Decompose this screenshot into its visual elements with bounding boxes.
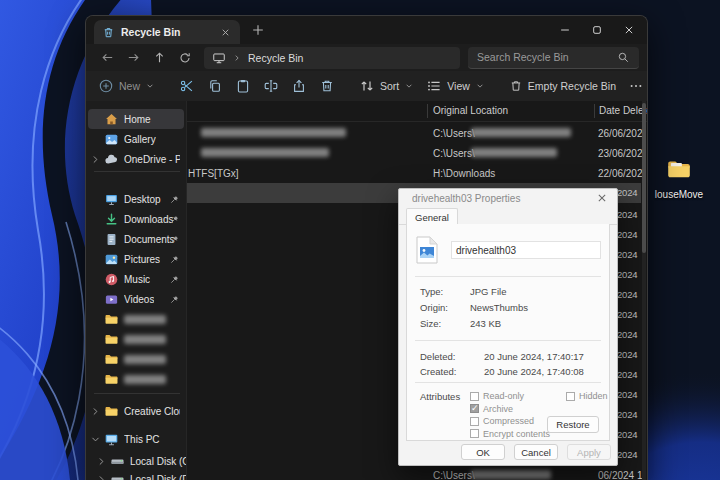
sidebar-item-local-disk-c[interactable]: Local Disk (C:): [88, 451, 184, 471]
more-options-button[interactable]: [628, 78, 644, 94]
sidebar-item-music[interactable]: Music: [88, 269, 184, 289]
rename-icon: [263, 78, 279, 94]
checkbox[interactable]: [566, 392, 575, 401]
attribute-read-only[interactable]: Read-only: [470, 391, 550, 401]
arrow-up-icon: [152, 50, 167, 65]
sidebar-item-onedrive[interactable]: OneDrive - Pers: [88, 149, 184, 169]
attribute-compressed[interactable]: Compressed: [470, 416, 550, 426]
general-tab-page: drivehealth03 Type:JPG FileOrigin:NewsTh…: [406, 224, 610, 441]
search-input[interactable]: Search Recycle Bin: [468, 47, 639, 69]
cut-button[interactable]: [179, 78, 195, 94]
checkbox[interactable]: [470, 404, 479, 413]
sidebar-item-folder-3[interactable]: [88, 349, 184, 369]
tab-recycle-bin[interactable]: Recycle Bin: [94, 20, 240, 44]
recycle-bin-item-row[interactable]: C:\Users\26/06/2024 1: [187, 123, 639, 143]
breadcrumb-location[interactable]: Recycle Bin: [248, 52, 303, 64]
ellipsis-icon: [628, 78, 644, 94]
chevron-down-icon: [145, 81, 155, 91]
recycle-bin-item-row[interactable]: C:\Users\23/06/2024 2: [187, 143, 639, 163]
sidebar-item-label: OneDrive - Pers: [124, 154, 180, 165]
restore-button[interactable]: Restore: [547, 416, 599, 433]
sidebar-item-label: This PC: [124, 434, 160, 445]
attribute-encrypt-contents[interactable]: Encrypt contents: [470, 429, 550, 439]
sidebar-item-home[interactable]: Home: [88, 109, 184, 129]
tab-general[interactable]: General: [406, 208, 458, 225]
sidebar-item-gallery[interactable]: Gallery: [88, 129, 184, 149]
column-original-location[interactable]: Original Location: [433, 105, 508, 116]
new-tab-button[interactable]: [250, 22, 266, 38]
date-row: Created:20 June 2024, 17:40:08: [420, 366, 601, 380]
view-icon: [426, 78, 442, 94]
attribute-archive[interactable]: Archive: [470, 404, 550, 414]
refresh-button[interactable]: [172, 47, 198, 69]
share-button[interactable]: [291, 78, 307, 94]
sidebar-item-local-disk-d[interactable]: Local Disk (D:): [88, 469, 184, 480]
sidebar-item-downloads[interactable]: Downloads: [88, 209, 184, 229]
address-bar[interactable]: Recycle Bin: [204, 47, 460, 69]
checkbox[interactable]: [470, 417, 479, 426]
vertical-scrollbar[interactable]: [642, 101, 646, 480]
sidebar-item-folder-1[interactable]: [88, 309, 184, 329]
folder-icon: [104, 352, 119, 367]
sidebar-item-desktop[interactable]: Desktop: [88, 189, 184, 209]
sidebar-item-folder-4[interactable]: [88, 369, 184, 389]
empty-recycle-bin-button[interactable]: Empty Recycle Bin: [509, 79, 616, 93]
cloud-icon: [104, 152, 119, 167]
close-button[interactable]: [613, 16, 645, 43]
recycle-bin-item-row[interactable]: C:\Users\06/2024 1: [187, 465, 639, 480]
ok-button[interactable]: OK: [461, 444, 505, 460]
command-bar: New Sort View Empty Recycle Bin Detai: [86, 71, 647, 102]
up-button[interactable]: [146, 47, 172, 69]
scrollbar-thumb[interactable]: [642, 103, 646, 253]
sidebar-item-this-pc[interactable]: This PC: [88, 429, 184, 449]
sidebar-item-documents[interactable]: Documents: [88, 229, 184, 249]
maximize-button[interactable]: [581, 16, 613, 43]
desktop-folder-shortcut[interactable]: louseMove: [650, 156, 708, 200]
rename-button[interactable]: [263, 78, 279, 94]
tab-close-icon[interactable]: [219, 26, 232, 39]
new-button[interactable]: New: [98, 78, 155, 94]
delete-button[interactable]: [319, 78, 335, 94]
plus-circle-icon: [98, 78, 114, 94]
sidebar-item-folder-2[interactable]: [88, 329, 184, 349]
paste-button[interactable]: [235, 78, 251, 94]
cancel-button[interactable]: Cancel: [514, 444, 558, 460]
dialog-divider: [415, 382, 601, 383]
folder-icon: [104, 332, 119, 347]
chevron-right-icon[interactable]: [90, 406, 101, 417]
dialog-titlebar[interactable]: drivehealth03 Properties: [399, 189, 617, 207]
chevron-right-icon[interactable]: [90, 154, 101, 165]
trash-icon: [319, 78, 335, 94]
property-row: Origin:NewsThumbs: [420, 302, 601, 316]
chevron-right-icon[interactable]: [96, 474, 107, 480]
refresh-icon: [178, 51, 192, 65]
view-button[interactable]: View: [426, 78, 485, 94]
gallery-icon: [104, 132, 119, 147]
apply-button[interactable]: Apply: [567, 444, 611, 460]
back-button[interactable]: [94, 47, 120, 69]
chevron-down-icon[interactable]: [90, 434, 101, 445]
checkbox[interactable]: [470, 392, 479, 401]
recycle-bin-item-row[interactable]: HTFS[TGx]H:\Downloads22/06/2024 2: [187, 163, 639, 183]
item-date-deleted: 22/06/2024 2: [598, 168, 642, 179]
occluded-item-date-fragment: 2024 1: [617, 385, 643, 405]
checkbox[interactable]: [470, 429, 479, 438]
sidebar-item-label: Videos: [124, 294, 154, 305]
copy-button[interactable]: [207, 78, 223, 94]
property-row: Type:JPG File: [420, 286, 601, 300]
forward-button[interactable]: [120, 47, 146, 69]
sidebar-item-videos[interactable]: Videos: [88, 289, 184, 309]
minimize-button[interactable]: [549, 16, 581, 43]
sidebar-item-pictures[interactable]: Pictures: [88, 249, 184, 269]
pin-icon: [169, 214, 180, 225]
chevron-right-icon[interactable]: [96, 456, 107, 467]
sort-button[interactable]: Sort: [359, 78, 414, 94]
sidebar-item-creative-cloud[interactable]: Creative Cloud F: [88, 401, 184, 421]
documents-icon: [104, 232, 119, 247]
dialog-close-button[interactable]: [595, 191, 609, 205]
file-name-field[interactable]: drivehealth03: [451, 241, 601, 259]
column-date-deleted[interactable]: Date Deleted: [599, 105, 648, 116]
attribute-hidden[interactable]: Hidden: [566, 391, 608, 401]
occluded-item-date-fragment: 2024 1: [617, 445, 643, 465]
item-date-deleted: 26/06/2024 1: [598, 128, 642, 139]
